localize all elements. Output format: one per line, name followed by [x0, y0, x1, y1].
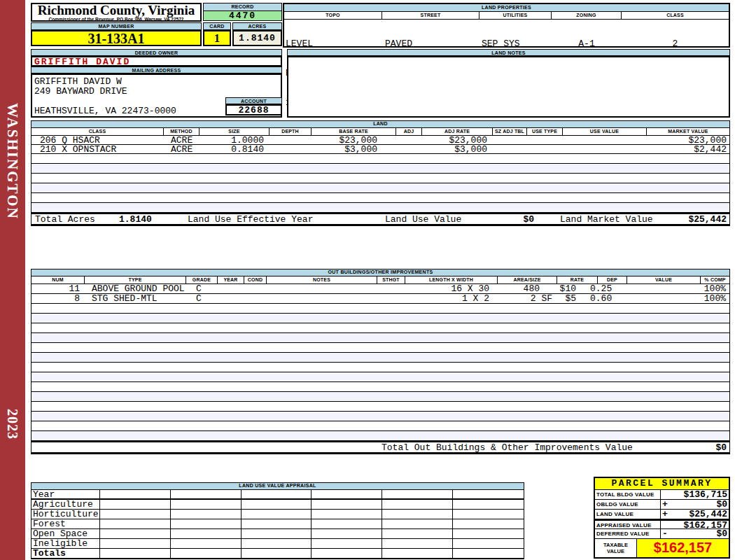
empty-row: [31, 353, 729, 363]
appraisal-cell: [100, 490, 171, 498]
col-topo: TOPO: [284, 12, 382, 19]
appraisal-row-label: Agriculture: [31, 500, 100, 509]
summary-row: APPRAISED VALUE $162,157: [595, 519, 729, 529]
land-use-value: $0: [523, 214, 534, 225]
effective-year-label: Land Use Effective Year: [188, 214, 313, 225]
empty-row: [31, 431, 729, 441]
col-value: VALUE: [627, 276, 701, 284]
summary-row: LAND VALUE +$25,442: [595, 510, 729, 519]
empty-row: [31, 174, 729, 183]
appraisal-cell: [241, 549, 312, 558]
col-base-rate: BASE RATE: [312, 128, 396, 135]
col-type: TYPE: [85, 276, 186, 284]
empty-row: [31, 412, 729, 421]
cell-length-width: 16 X 30: [451, 284, 489, 293]
appraisal-row-label: Ineligible: [31, 539, 100, 548]
cell-adj-rate: $3,000: [454, 145, 487, 154]
summary-op: +: [662, 500, 668, 509]
cell-method: ACRE: [171, 145, 192, 154]
appraisal-row: Year: [31, 490, 524, 500]
land-market-value-label: Land Market Value: [560, 214, 653, 225]
map-number-value: 31-133A1: [31, 30, 202, 46]
land-use-appraisal-title: LAND USE VALUE APPRAISAL: [31, 483, 524, 490]
out-buildings-totals-row: Total Out Buildings & Other Improvements…: [31, 441, 729, 454]
cell-base-rate: $3,000: [344, 145, 377, 154]
col-notes: NOTES: [267, 276, 377, 284]
county-tab-label: WASHINGTON: [4, 103, 21, 220]
total-acres-label: Total Acres: [35, 214, 95, 225]
appraisal-cell: [312, 529, 382, 538]
empty-row: [31, 333, 729, 343]
record-value: 4470: [203, 10, 282, 21]
cell-dep: 0.25: [590, 284, 612, 293]
summary-label: APPRAISED VALUE: [595, 521, 661, 528]
empty-row: [31, 382, 729, 392]
col-utilities: UTILITIES: [479, 12, 552, 19]
appraisal-row: Horticulture: [31, 510, 524, 519]
out-buildings-total-value: $0: [715, 442, 727, 454]
land-properties-title: LAND PROPERTIES: [284, 4, 729, 12]
summary-value: $162,157: [684, 521, 727, 528]
appraisal-cell: [312, 490, 382, 498]
appraisal-row-label: Year: [31, 490, 100, 498]
out-building-row: 8 STG SHED-MTL C 1 X 2 2 SF $5 0.60 100%: [31, 294, 729, 304]
empty-row: [31, 314, 729, 323]
empty-row: [31, 402, 729, 412]
land-row: 210 X OPNSTACR ACRE 0.8140 $3,000 $3,000…: [31, 145, 729, 154]
year-tab-label: 2023: [4, 409, 20, 440]
parcel-summary: PARCEL SUMMARY TOTAL BLDG VALUE $136,715…: [594, 477, 730, 559]
property-record-card: WASHINGTON 2023 Richmond County, Virgini…: [0, 0, 735, 560]
appraisal-cell: [453, 510, 524, 519]
appraisal-cell: [453, 549, 524, 558]
address-line: GRIFFITH DAVID W: [34, 77, 281, 87]
out-buildings-title: OUT BUILDINGS/OTHER IMPROVEMENTS: [31, 270, 729, 276]
land-table-header: CLASS METHOD SIZE DEPTH BASE RATE ADJ AD…: [31, 128, 729, 136]
cell-class: 210 X OPNSTACR: [40, 145, 116, 154]
col-sz-adj-tbl: SZ ADJ TBL: [493, 128, 527, 135]
empty-row: [31, 183, 729, 193]
binder-sidebar: WASHINGTON 2023: [0, 0, 25, 560]
appraisal-cell: [171, 549, 241, 558]
appraisal-cell: [453, 539, 524, 548]
empty-row: [31, 372, 729, 382]
cell-dep: 0.60: [590, 294, 612, 303]
county-header-box: Richmond County, Virginia Commissioner o…: [31, 3, 202, 22]
col-street: STREET: [382, 12, 479, 19]
col-area-size: AREA/SIZE: [498, 276, 557, 284]
land-table: LAND CLASS METHOD SIZE DEPTH BASE RATE A…: [31, 120, 730, 226]
appraisal-cell: [382, 529, 453, 538]
appraisal-cell: [241, 519, 312, 528]
summary-row: DEFERRED VALUE -$0: [595, 529, 729, 539]
appraisal-cell: [453, 529, 524, 538]
land-properties-header: TOPO STREET UTILITIES ZONING CLASS: [284, 12, 729, 20]
appraisal-cell: [100, 500, 171, 509]
cell-rate: $10: [560, 284, 576, 293]
land-use-appraisal-body: YearAgricultureHorticultureForestOpen Sp…: [31, 490, 524, 559]
col-adj-rate: ADJ RATE: [422, 128, 493, 135]
col-use-type: USE TYPE: [527, 128, 563, 135]
appraisal-cell: [382, 549, 453, 558]
appraisal-cell: [382, 510, 453, 519]
appraisal-cell: [171, 500, 241, 509]
summary-label: LAND VALUE: [595, 510, 661, 519]
card-label: CARD: [203, 22, 231, 30]
empty-row: [31, 154, 729, 164]
empty-row: [31, 304, 729, 314]
cell-comp: 100%: [704, 294, 726, 303]
col-year: YEAR: [218, 276, 244, 284]
address-line: 249 BAYWARD DRIVE: [34, 87, 281, 97]
appraisal-cell: [100, 529, 171, 538]
col-adj: ADJ: [396, 128, 422, 135]
cell-grade: C: [196, 284, 202, 293]
appraisal-cell: [241, 539, 312, 548]
land-totals-row: Total Acres 1.8140 Land Use Effective Ye…: [31, 213, 729, 225]
deeded-owner-value: GRIFFITH DAVID: [31, 56, 282, 66]
land-use-appraisal-table: LAND USE VALUE APPRAISAL YearAgriculture…: [31, 482, 524, 559]
summary-value: $25,442: [689, 510, 727, 519]
cell-market-value: $2,442: [694, 145, 727, 154]
col-sthgt: STHGT: [377, 276, 405, 284]
appraisal-cell: [312, 510, 382, 519]
land-row: 206 Q HSACR ACRE 1.0000 $23,000 $23,000 …: [31, 136, 729, 145]
out-building-row: 11 ABOVE GROUND POOL C 16 X 30 480 $10 0…: [31, 284, 729, 294]
appraisal-cell: [100, 510, 171, 519]
